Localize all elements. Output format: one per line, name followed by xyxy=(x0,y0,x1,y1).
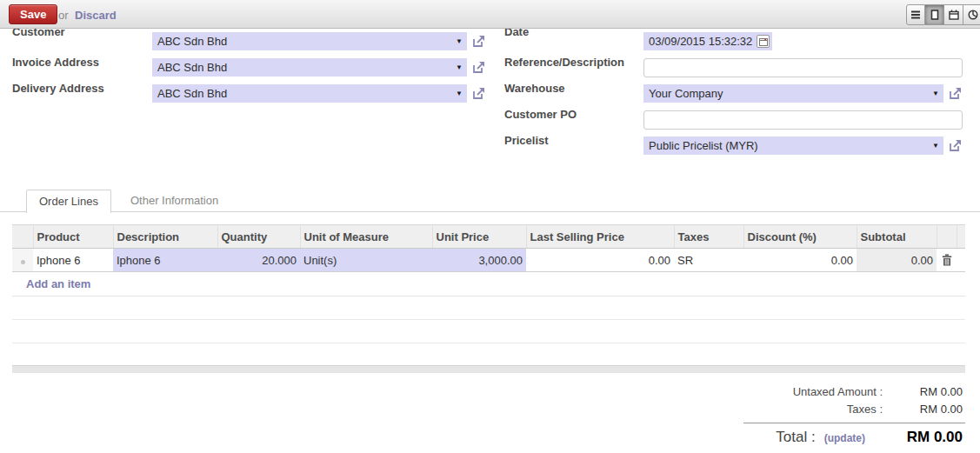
warehouse-label: Warehouse xyxy=(504,82,565,95)
reference-description-input[interactable] xyxy=(643,58,963,77)
graph-view-button[interactable] xyxy=(963,4,980,25)
taxes-label: Taxes : xyxy=(847,403,883,416)
total-row: Total : (update) RM 0.00 xyxy=(776,429,963,446)
chevron-down-icon: ▼ xyxy=(932,137,939,155)
chevron-down-icon: ▼ xyxy=(456,32,463,50)
invoice-address-value: ABC Sdn Bhd xyxy=(157,61,227,74)
graph-icon xyxy=(968,10,978,20)
warehouse-value: Your Company xyxy=(649,87,723,100)
pricelist-open-record-icon[interactable] xyxy=(948,138,963,153)
handle-column-header xyxy=(12,225,33,249)
customer-po-input[interactable] xyxy=(643,110,963,130)
table-header-row: Product Description Quantity Unit of Mea… xyxy=(12,225,965,249)
column-header-product[interactable]: Product xyxy=(33,225,113,249)
cell-taxes[interactable]: SR xyxy=(674,249,743,272)
cell-uom[interactable]: Unit(s) xyxy=(300,249,432,272)
column-header-taxes[interactable]: Taxes xyxy=(674,225,743,249)
cell-last-selling-price[interactable]: 0.00 xyxy=(526,249,674,272)
status-bar: Save or Discard xyxy=(0,0,980,29)
list-view-button[interactable] xyxy=(906,4,925,25)
filler-column-header xyxy=(957,225,965,249)
customer-po-label: Customer PO xyxy=(504,108,577,121)
customer-value: ABC Sdn Bhd xyxy=(157,35,227,48)
taxes-value: RM 0.00 xyxy=(883,403,963,416)
invoice-address-label: Invoice Address xyxy=(12,56,99,69)
or-text: or xyxy=(58,9,69,22)
drag-handle[interactable] xyxy=(12,249,33,272)
chevron-down-icon: ▼ xyxy=(456,58,463,77)
untaxed-amount-value: RM 0.00 xyxy=(883,385,963,398)
column-header-last-selling-price[interactable]: Last Selling Price xyxy=(526,225,674,249)
column-header-discount[interactable]: Discount (%) xyxy=(743,225,857,249)
cell-subtotal: 0.00 xyxy=(857,249,937,272)
add-an-item-link[interactable]: Add an item xyxy=(16,277,90,290)
delivery-address-select[interactable]: ABC Sdn Bhd ▼ xyxy=(152,84,467,103)
chevron-down-icon: ▼ xyxy=(932,84,939,103)
chevron-down-icon: ▼ xyxy=(456,84,463,103)
total-label: Total : xyxy=(776,429,815,446)
warehouse-select[interactable]: Your Company ▼ xyxy=(643,84,943,103)
view-switcher xyxy=(906,4,980,25)
reference-description-label: Reference/Description xyxy=(504,56,624,69)
column-header-unit-price[interactable]: Unit Price xyxy=(432,225,526,249)
taxes-row: Taxes : RM 0.00 xyxy=(847,403,963,416)
trash-icon xyxy=(942,254,952,266)
sales-order-form: Save or Discard xyxy=(0,0,980,453)
cell-filler xyxy=(957,249,965,272)
warehouse-open-record-icon[interactable] xyxy=(948,86,963,101)
drag-handle-icon xyxy=(21,260,25,264)
customer-open-record-icon[interactable] xyxy=(471,34,486,49)
pricelist-label: Pricelist xyxy=(504,134,549,147)
cell-description[interactable]: Iphone 6 xyxy=(113,249,217,272)
column-header-quantity[interactable]: Quantity xyxy=(217,225,300,249)
empty-row xyxy=(12,320,965,343)
save-button[interactable]: Save xyxy=(9,4,57,24)
order-line-row[interactable]: Iphone 6 Iphone 6 20.000 Unit(s) 3,000.0… xyxy=(12,249,965,272)
form-view-button[interactable] xyxy=(925,4,944,25)
column-header-uom[interactable]: Unit of Measure xyxy=(300,225,432,249)
pricelist-select[interactable]: Public Pricelist (MYR) ▼ xyxy=(643,137,943,155)
totals-divider xyxy=(743,423,965,423)
delete-row-button[interactable] xyxy=(940,252,954,268)
calendar-view-button[interactable] xyxy=(944,4,963,25)
customer-select[interactable]: ABC Sdn Bhd ▼ xyxy=(152,32,467,50)
untaxed-amount-row: Untaxed Amount : RM 0.00 xyxy=(793,385,963,398)
cell-product[interactable]: Iphone 6 xyxy=(33,249,113,272)
tab-other-information[interactable]: Other Information xyxy=(122,190,227,211)
calendar-icon xyxy=(949,10,959,20)
empty-row xyxy=(12,343,965,367)
invoice-address-select[interactable]: ABC Sdn Bhd ▼ xyxy=(152,58,467,77)
column-header-subtotal[interactable]: Subtotal xyxy=(857,225,937,249)
delivery-address-open-record-icon[interactable] xyxy=(471,86,486,101)
cell-delete xyxy=(937,249,957,272)
cell-discount[interactable]: 0.00 xyxy=(743,249,857,272)
date-value: 03/09/2015 15:32:32 xyxy=(649,35,752,48)
discard-link[interactable]: Discard xyxy=(75,9,117,22)
update-total-link[interactable]: (update) xyxy=(824,432,865,444)
invoice-address-open-record-icon[interactable] xyxy=(471,60,486,75)
cell-quantity[interactable]: 20.000 xyxy=(217,249,300,272)
notebook-tabs: Order Lines Other Information xyxy=(0,190,980,212)
pricelist-value: Public Pricelist (MYR) xyxy=(649,139,758,152)
delivery-address-value: ABC Sdn Bhd xyxy=(157,87,227,100)
list-icon xyxy=(910,10,921,20)
untaxed-amount-label: Untaxed Amount : xyxy=(793,385,883,398)
table-footer-bar xyxy=(12,365,965,373)
empty-row xyxy=(12,296,965,320)
delivery-address-label: Delivery Address xyxy=(12,82,104,95)
datepicker-button[interactable] xyxy=(757,35,770,48)
total-value: RM 0.00 xyxy=(902,429,963,446)
column-header-description[interactable]: Description xyxy=(113,225,217,249)
order-lines-table: Product Description Quantity Unit of Mea… xyxy=(12,224,965,367)
tab-order-lines[interactable]: Order Lines xyxy=(26,190,111,213)
add-item-row: Add an item xyxy=(12,272,965,296)
date-field[interactable]: 03/09/2015 15:32:32 xyxy=(643,32,772,50)
delete-column-header xyxy=(937,225,957,249)
form-icon xyxy=(930,10,940,20)
cell-unit-price[interactable]: 3,000.00 xyxy=(432,249,526,272)
datepicker-icon xyxy=(759,37,768,46)
